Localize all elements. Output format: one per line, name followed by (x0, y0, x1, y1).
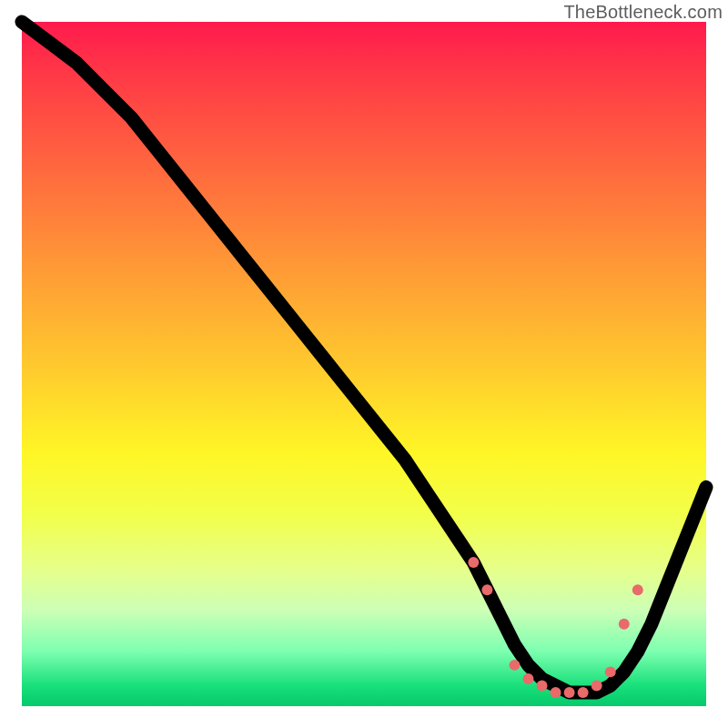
highlight-dot (481, 584, 492, 595)
highlight-dot (619, 619, 630, 630)
highlight-dot (509, 660, 520, 671)
curve-svg (22, 22, 706, 706)
highlight-dot (632, 584, 643, 595)
highlight-dot (523, 673, 534, 684)
highlight-dot (605, 666, 616, 677)
plot-area (20, 20, 708, 708)
highlight-dot (537, 680, 548, 691)
highlight-dot (468, 557, 479, 568)
highlight-dot (592, 680, 602, 691)
highlight-dot (578, 687, 589, 698)
main-curve (22, 22, 706, 693)
highlight-dot (551, 687, 561, 698)
highlight-dot (564, 687, 575, 698)
chart-stage: TheBottleneck.com (0, 0, 728, 728)
